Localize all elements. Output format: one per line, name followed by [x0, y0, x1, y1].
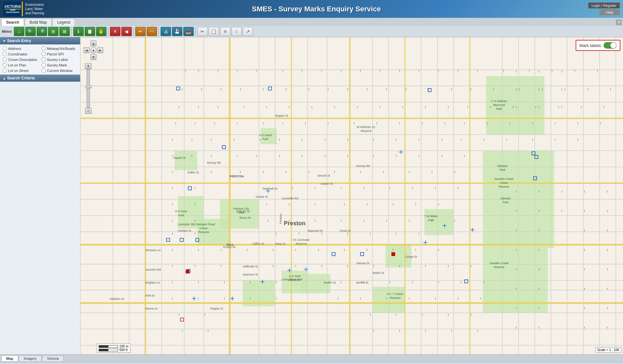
help-button[interactable]: Help — [599, 9, 620, 15]
toolbar-print[interactable]: 🖨 — [161, 27, 171, 36]
toolbar-line[interactable]: 〰 — [147, 27, 157, 36]
svg-text:↑: ↑ — [301, 137, 303, 142]
toolbar-import[interactable]: 📥 — [183, 27, 194, 36]
search-criteria-arrow: ▲ — [3, 76, 6, 80]
bottom-tab-imagery[interactable]: Imagery — [19, 356, 42, 361]
svg-text:↑: ↑ — [418, 154, 420, 158]
logo-subtitle: Environment, Land, Water and Planning — [25, 3, 44, 15]
svg-text:↑: ↑ — [450, 87, 452, 92]
toolbar-clear[interactable]: ✕ — [110, 27, 120, 36]
mark-labels-text: Mark labels — [580, 43, 601, 48]
search-criteria-header[interactable]: ▲ Search Criteria — [0, 75, 80, 82]
radio-current-window[interactable]: Current Window — [42, 68, 78, 73]
toolbar-zoom-out[interactable]: 🔎 — [37, 27, 47, 36]
svg-text:↑: ↑ — [506, 137, 507, 142]
toolbar-export[interactable]: ↗ — [243, 27, 253, 36]
radio-parcel-spi[interactable]: Parcel SPI — [42, 52, 78, 56]
radio-lot-on-plan[interactable]: Lot on Plan — [3, 63, 39, 67]
svg-text:↑: ↑ — [311, 105, 313, 110]
tab-legend[interactable]: Legend — [52, 18, 75, 26]
nav-left-button[interactable]: ◄ — [84, 47, 90, 53]
toolbar-pan[interactable]: ✋ — [96, 27, 106, 36]
radio-survey-label[interactable]: Survey Label — [42, 57, 78, 62]
zoom-in-button[interactable]: + — [85, 63, 92, 69]
tab-close-button[interactable]: ✕ — [616, 19, 622, 25]
mark-labels-toggle[interactable] — [604, 42, 617, 49]
zoom-out-button[interactable]: − — [85, 108, 92, 114]
toolbar-report[interactable]: 📋 — [85, 27, 95, 36]
svg-text:↑: ↑ — [515, 228, 517, 233]
svg-text:↑: ↑ — [606, 189, 608, 194]
svg-text:↑: ↑ — [207, 329, 209, 333]
toolbar-paste[interactable]: 📋 — [209, 27, 219, 36]
svg-text:↑: ↑ — [431, 218, 433, 223]
svg-text:↑: ↑ — [278, 137, 280, 142]
svg-text:Gertrude St: Gertrude St — [243, 265, 258, 268]
svg-text:↑: ↑ — [606, 267, 608, 272]
svg-text:↑: ↑ — [587, 87, 589, 92]
svg-text:↑: ↑ — [343, 202, 345, 207]
svg-text:↑: ↑ — [233, 137, 235, 142]
svg-text:↑: ↑ — [194, 121, 196, 126]
svg-text:↑: ↑ — [561, 209, 563, 213]
svg-text:↑: ↑ — [278, 154, 280, 158]
toolbar-home[interactable]: ⌂ — [14, 27, 24, 36]
svg-text:↑: ↑ — [304, 121, 306, 126]
tab-build-map[interactable]: Build Map — [25, 18, 52, 26]
search-entry-header[interactable]: ▼ Search Entry — [0, 37, 80, 44]
scale-bar: 100 m 500 ft — [97, 344, 130, 353]
svg-text:Gower St: Gower St — [256, 195, 268, 198]
radio-address[interactable]: Address — [3, 46, 39, 51]
toolbar-zoom-select[interactable]: ⊠ — [59, 27, 70, 36]
radio-coordinates[interactable]: Coordinates — [3, 52, 39, 56]
bottom-tab-victoria[interactable]: Victoria — [42, 356, 64, 361]
radio-crown-description[interactable]: Crown Description — [3, 57, 39, 62]
toolbar-save[interactable]: 💾 — [172, 27, 182, 36]
svg-text:T W Blake: T W Blake — [424, 215, 438, 218]
svg-text:↑: ↑ — [334, 170, 336, 174]
radio-melway[interactable]: Melway/VicRoads — [42, 46, 78, 51]
toolbar-back[interactable]: ◀ — [121, 27, 132, 36]
scale-bar-label: 100 m — [119, 345, 128, 348]
nav-up-button[interactable]: ▲ — [91, 41, 96, 46]
svg-text:↑: ↑ — [411, 280, 413, 285]
toolbar-zoom-in[interactable]: 🔍 — [25, 27, 36, 36]
toolbar-menu[interactable]: ≡ — [220, 27, 230, 36]
toolbar-zoom-extent[interactable]: ⊞ — [48, 27, 58, 36]
svg-text:↑: ↑ — [363, 280, 365, 285]
svg-text:↑: ↑ — [483, 137, 485, 142]
svg-text:Reserve: Reserve — [498, 185, 509, 188]
bottom-tabs: Map Imagery Victoria — [0, 354, 623, 362]
nav-center-button[interactable]: ● — [90, 47, 97, 53]
bottom-tab-map[interactable]: Map — [1, 356, 18, 361]
radio-survey-mark[interactable]: Survey Mark — [42, 63, 78, 67]
zoom-track[interactable] — [87, 69, 90, 108]
svg-text:↑: ↑ — [515, 267, 517, 272]
svg-text:↑: ↑ — [385, 296, 387, 301]
svg-text:↑: ↑ — [385, 87, 387, 92]
svg-text:Seymour St: Seymour St — [243, 273, 258, 276]
map-svg: Preston Regent St Murray Rd Townhall Av … — [80, 37, 623, 354]
nav-down-button[interactable]: ▼ — [91, 54, 96, 60]
toolbar-swap[interactable]: ↕ — [231, 27, 242, 36]
svg-text:G H Mott: G H Mott — [289, 275, 301, 278]
svg-text:↑: ↑ — [376, 121, 378, 126]
tab-search[interactable]: Search — [1, 18, 24, 26]
svg-text:Linear: Linear — [200, 227, 208, 230]
nav-right-button[interactable]: ► — [97, 47, 103, 53]
svg-text:↑: ↑ — [321, 231, 323, 236]
svg-text:↑: ↑ — [606, 325, 608, 330]
svg-text:↑: ↑ — [347, 231, 348, 236]
svg-text:↑: ↑ — [265, 105, 267, 110]
map-container[interactable]: Preston Regent St Murray Rd Townhall Av … — [80, 37, 623, 354]
svg-text:↑: ↑ — [460, 137, 462, 142]
svg-text:↑: ↑ — [314, 202, 316, 207]
toolbar-info[interactable]: ℹ — [73, 27, 84, 36]
radio-lot-on-street[interactable]: Lot on Street — [3, 68, 39, 73]
svg-text:Reserve: Reserve — [360, 129, 372, 133]
login-button[interactable]: Login / Register — [588, 3, 620, 8]
toolbar-edit[interactable]: ✏ — [135, 27, 146, 36]
toolbar-cut[interactable]: ✂ — [197, 27, 208, 36]
svg-text:↑: ↑ — [392, 202, 394, 207]
zoom-thumb[interactable] — [86, 86, 92, 88]
